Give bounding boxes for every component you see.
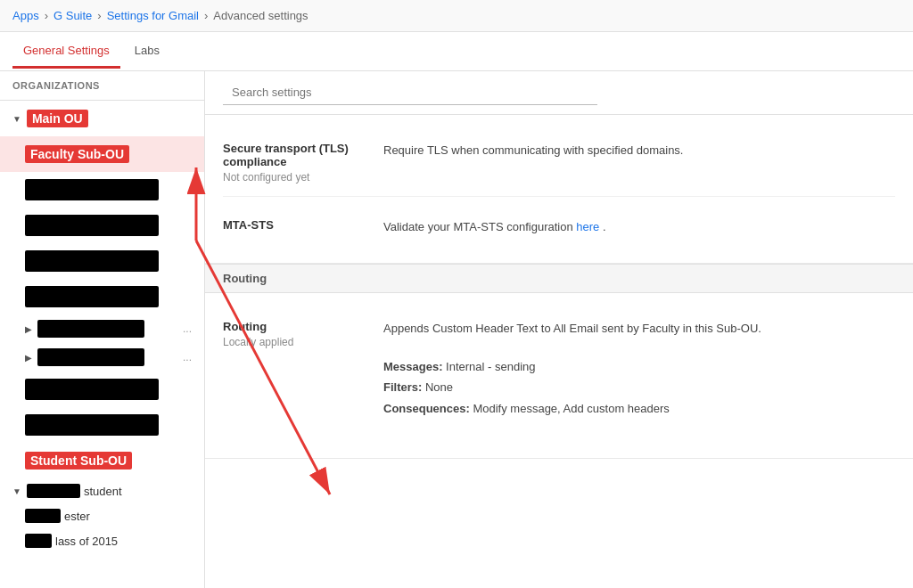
routing-messages-line: Messages: Internal - sending xyxy=(383,356,895,377)
routing-detail: Messages: Internal - sending Filters: No… xyxy=(383,344,895,431)
sidebar-class-label: lass of 2015 xyxy=(55,535,118,548)
tabs-bar: General Settings Labs xyxy=(0,32,913,71)
tls-description: Require TLS when communicating with spec… xyxy=(383,142,895,184)
redacted-block-2 xyxy=(25,215,159,236)
routing-label: Routing Locally applied xyxy=(223,320,383,432)
redacted-block-8 xyxy=(25,414,159,436)
sidebar-item-ester[interactable]: ester xyxy=(0,503,204,528)
routing-section-header: Routing xyxy=(205,264,913,293)
expand-arrow-2: ▶ xyxy=(25,353,32,363)
sidebar-ester-label: ester xyxy=(64,510,90,523)
main-ou-label: Main OU xyxy=(27,110,88,127)
tls-status: Not configured yet xyxy=(223,171,383,184)
sidebar-student-label: student xyxy=(84,485,122,498)
sidebar-header: ORGANIZATIONS xyxy=(0,71,204,101)
redacted-block-1 xyxy=(25,179,159,200)
routing-messages-value: Internal - sending xyxy=(446,360,535,373)
breadcrumb-apps[interactable]: Apps xyxy=(12,9,39,22)
sidebar-item-redacted-4[interactable] xyxy=(0,279,204,314)
main-layout: ORGANIZATIONS ▼ Main OU Faculty Sub-OU xyxy=(0,71,913,588)
routing-consequences-line: Consequences: Modify message, Add custom… xyxy=(383,398,895,419)
breadcrumb: Apps › G Suite › Settings for Gmail › Ad… xyxy=(0,0,913,32)
breadcrumb-sep-3: › xyxy=(204,9,208,22)
sidebar-item-expand-2[interactable]: ▶ ... xyxy=(0,343,204,372)
mta-sts-label: MTA-STS xyxy=(223,218,383,236)
sidebar-item-redacted-8[interactable] xyxy=(0,407,204,443)
tls-label: Secure transport (TLS) compliance Not co… xyxy=(223,142,383,184)
mta-sts-description: Validate your MTA-STS configuration here… xyxy=(383,218,895,236)
breadcrumb-sep-2: › xyxy=(97,9,101,22)
routing-description: Appends Custom Header Text to All Email … xyxy=(383,320,895,432)
redacted-block-4 xyxy=(25,286,159,307)
sidebar-item-redacted-7[interactable] xyxy=(0,372,204,407)
tab-labs[interactable]: Labs xyxy=(124,35,170,69)
student-sub-ou-label: Student Sub-OU xyxy=(25,452,132,470)
sidebar: ORGANIZATIONS ▼ Main OU Faculty Sub-OU xyxy=(0,71,205,588)
expand-arrow-1: ▶ xyxy=(25,324,32,334)
sidebar-item-redacted-2[interactable] xyxy=(0,208,204,243)
redacted-block-7 xyxy=(25,379,159,400)
tls-setting-row: Secure transport (TLS) compliance Not co… xyxy=(223,129,895,197)
redacted-student xyxy=(27,484,80,498)
redacted-block-3 xyxy=(25,250,159,272)
redacted-block-6 xyxy=(37,348,144,366)
routing-status: Locally applied xyxy=(223,336,383,348)
sidebar-item-main-ou[interactable]: ▼ Main OU xyxy=(0,101,204,136)
sidebar-item-student[interactable]: ▼ student xyxy=(0,478,204,503)
routing-filters-value: None xyxy=(425,380,453,394)
tab-general-settings[interactable]: General Settings xyxy=(12,35,120,69)
sidebar-item-redacted-3[interactable] xyxy=(0,243,204,279)
search-input[interactable] xyxy=(223,80,597,105)
sidebar-item-redacted-1[interactable] xyxy=(0,172,204,208)
sidebar-item-faculty-sub-ou[interactable]: Faculty Sub-OU xyxy=(0,136,204,172)
expand-arrow-student: ▼ xyxy=(12,486,21,496)
redacted-ester xyxy=(25,509,61,523)
content-area: Secure transport (TLS) compliance Not co… xyxy=(205,71,913,588)
breadcrumb-current: Advanced settings xyxy=(213,9,308,22)
routing-filters-line: Filters: None xyxy=(383,377,895,397)
search-bar-row xyxy=(205,71,913,115)
mta-sts-link[interactable]: here xyxy=(576,220,599,233)
ellipsis-1: ... xyxy=(183,323,192,335)
tls-section: Secure transport (TLS) compliance Not co… xyxy=(205,115,913,264)
breadcrumb-gsuite[interactable]: G Suite xyxy=(53,9,92,22)
breadcrumb-sep-1: › xyxy=(45,9,48,22)
page-wrapper: Apps › G Suite › Settings for Gmail › Ad… xyxy=(0,0,913,588)
ellipsis-2: ... xyxy=(183,351,192,363)
routing-consequences-value: Modify message, Add custom headers xyxy=(473,402,669,415)
arrow-icon-main-ou: ▼ xyxy=(12,114,21,124)
redacted-class xyxy=(25,534,52,548)
mta-sts-setting-row: MTA-STS Validate your MTA-STS configurat… xyxy=(223,206,895,249)
routing-setting-row: Routing Locally applied Appends Custom H… xyxy=(223,307,895,445)
faculty-sub-ou-label: Faculty Sub-OU xyxy=(25,145,129,163)
sidebar-item-student-sub-ou[interactable]: Student Sub-OU xyxy=(0,443,204,478)
routing-section: Routing Locally applied Appends Custom H… xyxy=(205,293,913,460)
sidebar-item-expand-1[interactable]: ▶ ... xyxy=(0,314,204,343)
breadcrumb-gmail-settings[interactable]: Settings for Gmail xyxy=(107,9,199,22)
sidebar-item-class-2015[interactable]: lass of 2015 xyxy=(0,528,204,553)
redacted-block-5 xyxy=(37,320,144,338)
